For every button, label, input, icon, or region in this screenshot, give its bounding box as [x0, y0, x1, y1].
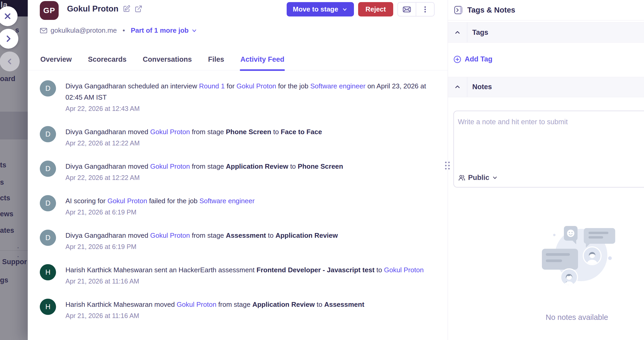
activity-timestamp: Apr 22, 2026 at 12:22 AM	[65, 138, 322, 149]
sidebar-item-fragment: cts	[0, 194, 10, 202]
kebab-menu-icon	[422, 5, 429, 13]
activity-segment: AI scoring for	[65, 197, 107, 205]
sidebar-item-fragment: gs	[0, 276, 8, 284]
collapse-notes-button[interactable]	[448, 77, 467, 97]
activity-segment: Phone Screen	[298, 162, 343, 170]
activity-segment: to	[375, 266, 384, 274]
activity-link[interactable]: Gokul Proton	[384, 266, 424, 274]
sidebar-item-fragment: s	[0, 178, 4, 186]
tags-section-label: Tags	[467, 22, 488, 42]
activity-link[interactable]: Software engineer	[199, 197, 255, 205]
chevron-down-icon	[342, 7, 348, 12]
empty-notes-illustration	[540, 224, 619, 290]
note-input[interactable]: Write a note and hit enter to submit Pub…	[453, 111, 644, 188]
sidebar-ellipsis-dots: · ·	[17, 243, 28, 260]
chevron-down-icon	[191, 27, 197, 34]
activity-segment: to	[266, 231, 275, 239]
activity-link[interactable]: Round 1	[199, 82, 225, 90]
add-tag-button[interactable]: Add Tag	[453, 55, 492, 63]
more-options-button[interactable]	[416, 3, 434, 16]
activity-text: Divya Gangadharan moved Gokul Proton fro…	[65, 161, 343, 172]
tab-conversations[interactable]: Conversations	[142, 52, 192, 70]
tab-overview[interactable]: Overview	[40, 52, 72, 70]
activity-segment: Face to Face	[281, 128, 322, 136]
chat-bubble-left	[542, 249, 578, 270]
candidate-avatar: GP	[40, 1, 59, 20]
activity-feed: DDivya Gangadharan scheduled an intervie…	[28, 71, 448, 340]
activity-avatar: D	[40, 195, 56, 211]
activity-timestamp: Apr 21, 2026 at 6:19 PM	[65, 207, 255, 218]
activity-avatar: H	[40, 264, 56, 280]
activity-segment: failed for the job	[147, 197, 199, 205]
open-profile-external-icon[interactable]	[135, 5, 142, 13]
note-visibility-dropdown[interactable]: Public	[458, 174, 498, 182]
more-jobs-dropdown[interactable]: Part of 1 more job	[131, 26, 197, 35]
activity-segment: Application Review	[252, 301, 315, 308]
close-icon	[3, 12, 12, 21]
separator-dot: •	[123, 26, 125, 35]
activity-item: DDivya Gangadharan moved Gokul Proton fr…	[40, 161, 433, 183]
activity-segment: to	[288, 162, 298, 170]
activity-link[interactable]: Gokul Proton	[107, 197, 147, 205]
chevron-right-icon	[4, 34, 13, 43]
tags-section-header: Tags	[448, 22, 644, 43]
activity-segment: Assessment	[324, 301, 364, 308]
sidebar-divider	[0, 250, 28, 251]
send-email-button[interactable]	[398, 3, 416, 16]
tags-notes-panel: Tags & Notes Tags Add Tag Notes	[448, 0, 644, 340]
activity-segment: Assessment	[226, 231, 266, 239]
previous-candidate-button[interactable]	[0, 52, 20, 71]
activity-avatar: H	[40, 299, 56, 315]
notes-section-header: Notes	[448, 77, 644, 97]
activity-item: DDivya Gangadharan moved Gokul Proton fr…	[40, 126, 433, 149]
activity-link[interactable]: Gokul Proton	[150, 128, 190, 136]
illustration-avatar-woman	[560, 268, 578, 286]
activity-segment: from stage	[216, 301, 252, 308]
activity-timestamp: Apr 21, 2026 at 11:16 AM	[65, 310, 364, 321]
chevron-up-icon	[454, 83, 461, 90]
activity-text: Harish Karthick Maheswaran moved Gokul P…	[65, 299, 364, 310]
candidate-drawer: GP Gokul Proton gokulkula@proton.me • Pa	[28, 0, 448, 340]
chat-bubble-smiley	[564, 226, 578, 241]
app-sidebar-dimmed: la soardtssctsewsatesSupporgs · ·	[0, 0, 28, 340]
edit-candidate-icon[interactable]	[123, 5, 130, 13]
activity-text: Harish Karthick Maheswaran sent an Hacke…	[65, 264, 424, 276]
activity-segment: from stage	[190, 128, 226, 136]
reject-button[interactable]: Reject	[358, 2, 393, 16]
candidate-tabs: OverviewScorecardsConversationsFilesActi…	[28, 52, 448, 70]
illustration-avatar-man	[583, 246, 602, 265]
no-notes-message: No notes available	[448, 313, 644, 322]
activity-segment: Divya Gangadharan scheduled an interview	[65, 82, 199, 90]
email-icon	[40, 27, 47, 34]
activity-segment: for the job	[276, 82, 310, 90]
activity-link[interactable]: Gokul Proton	[236, 82, 276, 90]
tab-activity-feed[interactable]: Activity Feed	[240, 52, 285, 70]
activity-link[interactable]: Gokul Proton	[150, 231, 190, 239]
sidebar-item-fragment: oard	[0, 75, 15, 83]
activity-link[interactable]: Gokul Proton	[177, 301, 216, 308]
activity-item: DDivya Gangadharan moved Gokul Proton fr…	[40, 230, 433, 252]
chevron-down-icon	[492, 175, 498, 181]
tab-scorecards[interactable]: Scorecards	[87, 52, 127, 70]
collapse-tags-button[interactable]	[448, 22, 467, 42]
chat-bubble-right	[584, 228, 615, 244]
activity-avatar: D	[40, 161, 56, 177]
activity-text: Divya Gangadharan moved Gokul Proton fro…	[65, 230, 338, 241]
panel-resize-handle[interactable]	[445, 162, 450, 169]
activity-link[interactable]: Gokul Proton	[150, 162, 190, 170]
sidebar-item-fragment: ews	[0, 210, 13, 218]
notes-section-label: Notes	[467, 77, 492, 97]
activity-item: DAI scoring for Gokul Proton failed for …	[40, 195, 433, 218]
note-placeholder: Write a note and hit enter to submit	[458, 118, 568, 126]
activity-text: Divya Gangadharan moved Gokul Proton fro…	[65, 126, 322, 138]
tab-files[interactable]: Files	[208, 52, 225, 70]
activity-text: AI scoring for Gokul Proton failed for t…	[65, 195, 255, 207]
activity-link[interactable]: Software engineer	[310, 82, 365, 90]
move-to-stage-button[interactable]: Move to stage	[287, 2, 354, 16]
activity-segment: to	[315, 301, 324, 308]
activity-segment: Application Review	[275, 231, 338, 239]
sidebar-active-item-highlight	[0, 112, 28, 139]
collapse-panel-icon[interactable]	[453, 5, 463, 15]
sidebar-item-fragment: ates	[0, 226, 14, 235]
secondary-actions-group	[397, 2, 435, 16]
